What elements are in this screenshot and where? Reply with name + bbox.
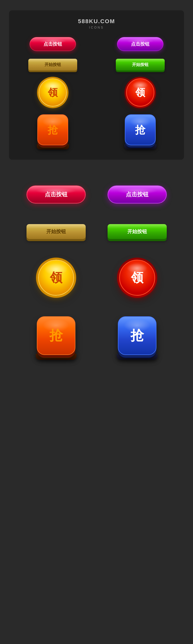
- large-rect-gold-button[interactable]: 开始按钮: [27, 224, 86, 239]
- large-sq3d-blue-label: 抢: [130, 327, 144, 345]
- pill-red-label: 点击按钮: [43, 41, 62, 47]
- large-circle-red-button[interactable]: 领: [119, 260, 155, 296]
- sq3d-orange-wrap: 抢: [37, 114, 69, 149]
- large-rect-gold-container: 开始按钮: [27, 224, 86, 239]
- large-sq3d-blue-button[interactable]: 抢: [118, 316, 156, 355]
- pill-purple-button[interactable]: 点击按钮: [117, 37, 163, 51]
- buttons-grid: 点击按钮 点击按钮 开始按钮 开始按钮 领 领 抢: [14, 37, 179, 149]
- rect-green-label: 开始按钮: [132, 62, 148, 67]
- rect-green-wrap: 开始按钮: [116, 59, 165, 71]
- pill-red-button[interactable]: 点击按钮: [30, 37, 76, 51]
- large-sq3d-blue-container: 抢: [117, 316, 157, 360]
- large-circle-yellow-label: 领: [50, 269, 62, 286]
- rect-gold-label: 开始按钮: [45, 62, 61, 67]
- large-pill-purple-label: 点击按钮: [126, 191, 148, 198]
- large-sq3d-orange-button[interactable]: 抢: [37, 316, 75, 355]
- pill-purple-label: 点击按钮: [131, 41, 150, 47]
- large-circle-row: 领 领: [15, 260, 178, 296]
- large-pill-row: 点击按钮 点击按钮: [15, 185, 178, 204]
- card-subtitle: ICONS: [89, 26, 104, 29]
- sq3d-orange-button[interactable]: 抢: [37, 114, 68, 145]
- large-rect-green-label: 开始按钮: [127, 228, 147, 235]
- large-rect-row: 开始按钮 开始按钮: [15, 224, 178, 239]
- rect-green-button[interactable]: 开始按钮: [116, 59, 165, 71]
- sq3d-blue-label: 抢: [135, 123, 145, 137]
- large-rect-green-button[interactable]: 开始按钮: [108, 224, 167, 239]
- circle-yellow-button[interactable]: 领: [39, 78, 67, 107]
- circle-yellow-label: 领: [48, 86, 58, 99]
- icon-card: 588KU.COM ICONS 点击按钮 点击按钮 开始按钮 开始按钮 领 领: [9, 10, 184, 160]
- rect-gold-button[interactable]: 开始按钮: [28, 59, 77, 71]
- large-sq3d-row: 抢 抢: [15, 316, 178, 360]
- circle-red-button[interactable]: 领: [126, 78, 154, 107]
- large-rect-green-container: 开始按钮: [108, 224, 167, 239]
- large-pill-purple-button[interactable]: 点击按钮: [108, 185, 167, 204]
- sq3d-blue-button[interactable]: 抢: [125, 114, 156, 145]
- large-circle-red-label: 领: [131, 269, 143, 286]
- card-title: 588KU.COM: [78, 18, 115, 25]
- large-circle-yellow-button[interactable]: 领: [38, 260, 74, 296]
- rect-gold-wrap: 开始按钮: [28, 59, 77, 71]
- circle-red-label: 领: [135, 86, 145, 99]
- sq3d-orange-label: 抢: [48, 123, 58, 137]
- sq3d-blue-wrap: 抢: [124, 114, 156, 149]
- large-rect-gold-label: 开始按钮: [46, 228, 66, 235]
- large-pill-red-button[interactable]: 点击按钮: [27, 185, 86, 204]
- large-section: 点击按钮 点击按钮 开始按钮 开始按钮 领 领 抢: [0, 170, 193, 380]
- large-sq3d-orange-label: 抢: [49, 327, 63, 345]
- large-pill-red-label: 点击按钮: [45, 191, 67, 198]
- large-sq3d-orange-container: 抢: [36, 316, 76, 360]
